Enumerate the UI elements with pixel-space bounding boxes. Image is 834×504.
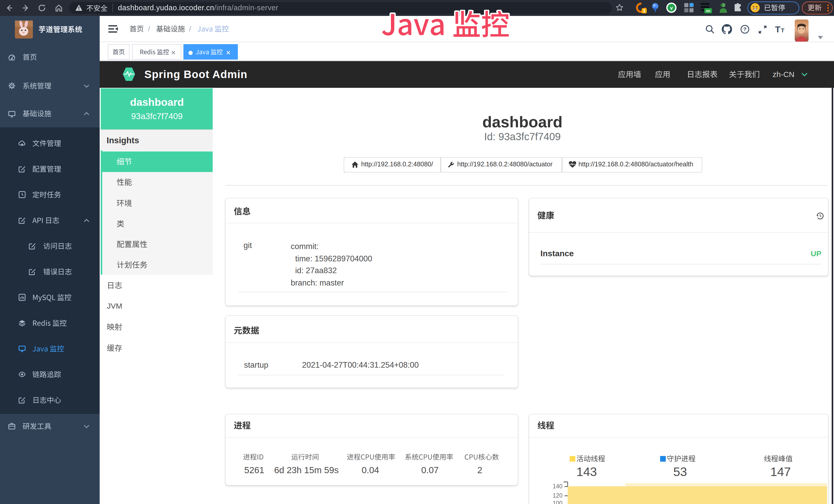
- svg-text:?: ?: [743, 26, 747, 32]
- svg-text:1: 1: [643, 8, 645, 13]
- svg-text:T: T: [781, 27, 785, 33]
- svg-text:v: v: [670, 5, 673, 11]
- svg-text:T: T: [775, 25, 781, 34]
- svg-text:on: on: [706, 9, 710, 13]
